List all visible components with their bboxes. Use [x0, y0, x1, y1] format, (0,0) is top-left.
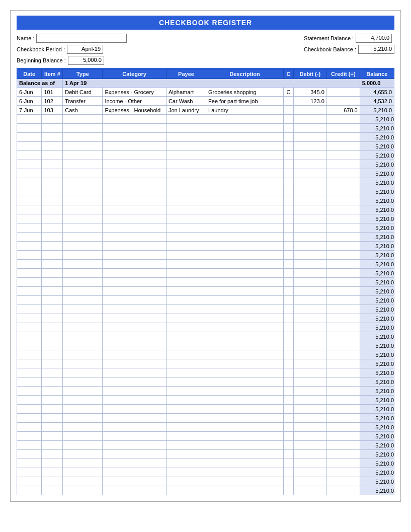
empty-payee[interactable] [166, 405, 206, 414]
empty-category[interactable] [103, 414, 166, 423]
empty-payee[interactable] [166, 432, 206, 441]
empty-item[interactable] [42, 359, 63, 368]
empty-c[interactable] [284, 341, 294, 350]
empty-category[interactable] [103, 486, 166, 495]
empty-c[interactable] [284, 450, 294, 459]
empty-payee[interactable] [166, 115, 206, 124]
empty-item[interactable] [42, 341, 63, 350]
empty-debit[interactable] [293, 405, 326, 414]
empty-description[interactable] [206, 260, 284, 269]
cell-date[interactable]: 6-Jun [17, 88, 42, 97]
empty-payee[interactable] [166, 314, 206, 323]
empty-type[interactable] [63, 214, 103, 223]
empty-description[interactable] [206, 468, 284, 477]
empty-c[interactable] [284, 287, 294, 296]
empty-description[interactable] [206, 287, 284, 296]
empty-date[interactable] [17, 423, 42, 432]
empty-category[interactable] [103, 441, 166, 450]
empty-category[interactable] [103, 332, 166, 341]
cell-credit[interactable] [326, 88, 360, 97]
empty-payee[interactable] [166, 124, 206, 133]
empty-c[interactable] [284, 233, 294, 242]
empty-payee[interactable] [166, 151, 206, 160]
empty-type[interactable] [63, 251, 103, 260]
empty-category[interactable] [103, 387, 166, 396]
empty-item[interactable] [42, 142, 63, 151]
empty-payee[interactable] [166, 423, 206, 432]
empty-credit[interactable] [326, 396, 360, 405]
empty-credit[interactable] [326, 414, 360, 423]
empty-date[interactable] [17, 214, 42, 223]
empty-payee[interactable] [166, 414, 206, 423]
empty-debit[interactable] [293, 151, 326, 160]
cell-debit[interactable] [293, 106, 326, 115]
empty-payee[interactable] [166, 350, 206, 359]
cell-category[interactable]: Expenses - Grocery [103, 88, 166, 97]
empty-item[interactable] [42, 486, 63, 495]
empty-credit[interactable] [326, 350, 360, 359]
empty-payee[interactable] [166, 477, 206, 486]
empty-type[interactable] [63, 377, 103, 387]
empty-description[interactable] [206, 269, 284, 278]
cell-c[interactable] [284, 97, 294, 106]
empty-category[interactable] [103, 450, 166, 459]
empty-description[interactable] [206, 242, 284, 251]
empty-credit[interactable] [326, 368, 360, 377]
empty-date[interactable] [17, 450, 42, 459]
empty-credit[interactable] [326, 242, 360, 251]
empty-credit[interactable] [326, 359, 360, 368]
empty-type[interactable] [63, 396, 103, 405]
empty-category[interactable] [103, 160, 166, 169]
cell-type[interactable]: Cash [63, 106, 103, 115]
empty-credit[interactable] [326, 423, 360, 432]
empty-debit[interactable] [293, 214, 326, 223]
empty-item[interactable] [42, 214, 63, 223]
empty-item[interactable] [42, 441, 63, 450]
empty-c[interactable] [284, 151, 294, 160]
cell-date[interactable]: 7-Jun [17, 106, 42, 115]
empty-type[interactable] [63, 405, 103, 414]
empty-category[interactable] [103, 233, 166, 242]
empty-c[interactable] [284, 296, 294, 305]
empty-item[interactable] [42, 396, 63, 405]
empty-debit[interactable] [293, 459, 326, 468]
empty-date[interactable] [17, 477, 42, 486]
empty-c[interactable] [284, 314, 294, 323]
cell-debit[interactable]: 123.0 [293, 97, 326, 106]
empty-category[interactable] [103, 396, 166, 405]
empty-payee[interactable] [166, 242, 206, 251]
empty-c[interactable] [284, 133, 294, 142]
empty-date[interactable] [17, 260, 42, 269]
empty-item[interactable] [42, 332, 63, 341]
empty-item[interactable] [42, 178, 63, 187]
empty-category[interactable] [103, 151, 166, 160]
empty-date[interactable] [17, 269, 42, 278]
empty-category[interactable] [103, 178, 166, 187]
empty-date[interactable] [17, 459, 42, 468]
empty-c[interactable] [284, 214, 294, 223]
empty-description[interactable] [206, 486, 284, 495]
empty-category[interactable] [103, 305, 166, 314]
empty-payee[interactable] [166, 486, 206, 495]
empty-payee[interactable] [166, 305, 206, 314]
empty-credit[interactable] [326, 223, 360, 233]
empty-type[interactable] [63, 233, 103, 242]
empty-date[interactable] [17, 368, 42, 377]
empty-type[interactable] [63, 459, 103, 468]
empty-item[interactable] [42, 133, 63, 142]
empty-description[interactable] [206, 115, 284, 124]
empty-date[interactable] [17, 414, 42, 423]
empty-category[interactable] [103, 423, 166, 432]
empty-type[interactable] [63, 441, 103, 450]
empty-debit[interactable] [293, 142, 326, 151]
cell-type[interactable]: Debit Card [63, 88, 103, 97]
empty-c[interactable] [284, 223, 294, 233]
empty-c[interactable] [284, 160, 294, 169]
empty-date[interactable] [17, 296, 42, 305]
empty-c[interactable] [284, 405, 294, 414]
empty-payee[interactable] [166, 287, 206, 296]
cell-credit[interactable]: 678.0 [326, 106, 360, 115]
empty-payee[interactable] [166, 296, 206, 305]
empty-item[interactable] [42, 468, 63, 477]
empty-type[interactable] [63, 323, 103, 332]
